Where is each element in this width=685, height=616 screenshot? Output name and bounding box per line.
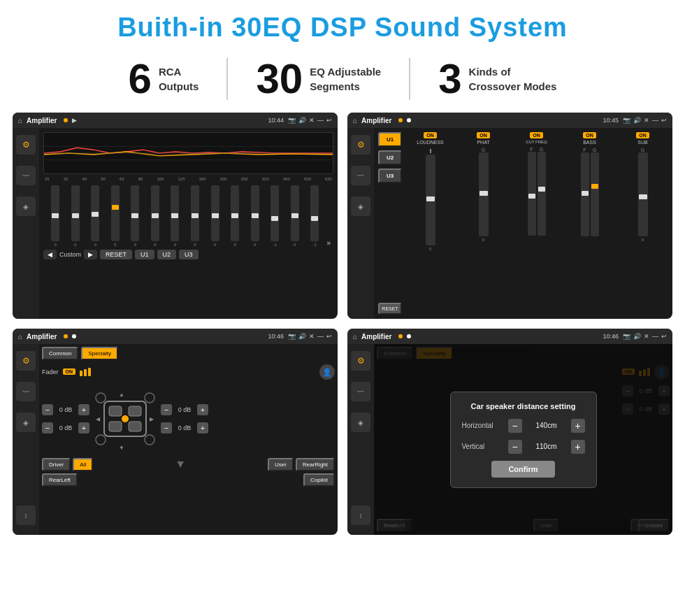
- eq-band-7[interactable]: 0: [166, 185, 185, 247]
- db-minus-1[interactable]: −: [42, 404, 53, 415]
- stat-crossover-number: 3: [438, 58, 461, 100]
- close-icon[interactable]: ✕: [309, 117, 315, 124]
- back-icon[interactable]: ↩: [326, 117, 332, 124]
- vertical-plus-btn[interactable]: +: [571, 440, 585, 454]
- home-icon-2[interactable]: ⌂: [353, 117, 357, 124]
- eq-band-4[interactable]: 5: [106, 185, 125, 247]
- eq-band-8[interactable]: 0: [186, 185, 205, 247]
- eq-band-5[interactable]: 0: [126, 185, 145, 247]
- crossover-filter-btn[interactable]: ⚙: [351, 135, 370, 155]
- fader-arrows-btn[interactable]: ↕: [16, 506, 36, 525]
- cutfreq-f-slider[interactable]: [528, 152, 536, 236]
- eq-band-2[interactable]: 0: [66, 185, 85, 247]
- close-icon-2[interactable]: ✕: [644, 117, 649, 124]
- eq-band-14[interactable]: -1: [305, 185, 324, 247]
- eq-reset-btn[interactable]: RESET: [100, 250, 132, 259]
- distance-wave-btn[interactable]: 〰: [351, 382, 370, 401]
- crossover-reset-btn[interactable]: RESET: [378, 303, 402, 315]
- home-icon[interactable]: ⌂: [18, 117, 22, 124]
- volume-icon-2[interactable]: 🔊: [633, 117, 641, 124]
- minimize-icon[interactable]: —: [317, 117, 324, 124]
- eq-u1-btn[interactable]: U1: [135, 250, 154, 259]
- specialty-tab[interactable]: Specialty: [81, 347, 117, 360]
- u2-preset-btn[interactable]: U2: [378, 150, 402, 165]
- cutfreq-on[interactable]: ON: [530, 132, 543, 138]
- close-icon-3[interactable]: ✕: [309, 333, 315, 340]
- db-minus-3[interactable]: −: [161, 404, 172, 415]
- sub-slider[interactable]: [638, 152, 648, 236]
- bass-f-slider[interactable]: [581, 152, 589, 236]
- horizontal-minus-btn[interactable]: −: [508, 419, 522, 433]
- volume-icon-4[interactable]: 🔊: [633, 333, 641, 340]
- distance-speaker-btn[interactable]: ◈: [351, 413, 370, 432]
- eq-prev-btn[interactable]: ◀: [43, 250, 57, 259]
- db-plus-2[interactable]: +: [78, 422, 89, 434]
- user-btn[interactable]: User: [268, 458, 294, 471]
- phat-on[interactable]: ON: [477, 132, 490, 138]
- copilot-btn[interactable]: Copilot: [303, 473, 335, 487]
- minimize-icon-2[interactable]: —: [652, 117, 658, 124]
- eq-band-3[interactable]: 0: [86, 185, 105, 247]
- camera-icon-2[interactable]: 📷: [623, 117, 630, 124]
- crossover-wave-btn[interactable]: 〰: [351, 166, 370, 185]
- camera-icon-4[interactable]: 📷: [623, 333, 630, 340]
- all-btn[interactable]: All: [73, 458, 93, 471]
- sub-on[interactable]: ON: [636, 132, 649, 138]
- fader-on-badge[interactable]: ON: [63, 368, 76, 375]
- eq-more-icon[interactable]: »: [326, 239, 331, 247]
- horizontal-plus-btn[interactable]: +: [571, 419, 585, 433]
- close-icon-4[interactable]: ✕: [644, 333, 649, 340]
- volume-icon-3[interactable]: 🔊: [298, 333, 306, 340]
- eq-band-11[interactable]: 0: [245, 185, 264, 247]
- eq-wave-btn[interactable]: 〰: [16, 166, 36, 185]
- fader-title: Amplifier: [27, 333, 57, 341]
- back-icon-2[interactable]: ↩: [661, 117, 667, 124]
- cutfreq-g-slider[interactable]: [538, 152, 546, 236]
- distance-filter-btn[interactable]: ⚙: [351, 351, 370, 371]
- db-plus-4[interactable]: +: [197, 422, 208, 434]
- eq-speaker-btn[interactable]: ◈: [16, 196, 36, 216]
- eq-band-13[interactable]: 0: [285, 185, 304, 247]
- distance-arrows-btn[interactable]: ↕: [351, 506, 370, 525]
- rearright-btn[interactable]: RearRight: [296, 458, 335, 471]
- minimize-icon-4[interactable]: —: [652, 333, 658, 340]
- u1-preset-btn[interactable]: U1: [378, 132, 402, 147]
- vertical-minus-btn[interactable]: −: [508, 440, 522, 454]
- common-tab[interactable]: Common: [42, 347, 78, 360]
- phat-slider[interactable]: [479, 152, 489, 236]
- home-icon-3[interactable]: ⌂: [18, 333, 22, 341]
- rearleft-btn[interactable]: RearLeft: [42, 473, 78, 487]
- back-icon-3[interactable]: ↩: [326, 333, 332, 340]
- confirm-btn[interactable]: Confirm: [491, 461, 554, 478]
- eq-band-1[interactable]: 0: [46, 185, 65, 247]
- db-plus-3[interactable]: +: [197, 404, 208, 415]
- db-minus-4[interactable]: −: [161, 422, 172, 434]
- crossover-speaker-btn[interactable]: ◈: [351, 196, 370, 216]
- loudness-slider[interactable]: [426, 155, 435, 245]
- volume-icon[interactable]: 🔊: [298, 117, 306, 124]
- eq-band-6[interactable]: 0: [146, 185, 165, 247]
- fader-speaker-btn[interactable]: ◈: [16, 413, 36, 432]
- u3-preset-btn[interactable]: U3: [378, 169, 402, 183]
- play-icon[interactable]: ▶: [72, 117, 77, 124]
- home-icon-4[interactable]: ⌂: [353, 333, 357, 341]
- loudness-on[interactable]: ON: [424, 132, 437, 138]
- eq-u3-btn[interactable]: U3: [179, 250, 199, 259]
- fader-filter-btn[interactable]: ⚙: [16, 351, 36, 371]
- eq-band-9[interactable]: 0: [206, 185, 224, 247]
- eq-band-10[interactable]: 0: [226, 185, 245, 247]
- bass-on[interactable]: ON: [583, 132, 596, 138]
- camera-icon-3[interactable]: 📷: [288, 333, 296, 340]
- camera-icon[interactable]: 📷: [288, 117, 296, 124]
- db-plus-1[interactable]: +: [78, 404, 89, 415]
- bass-g-slider[interactable]: [591, 152, 599, 236]
- eq-next-btn[interactable]: ▶: [84, 250, 97, 259]
- eq-u2-btn[interactable]: U2: [157, 250, 177, 259]
- db-minus-2[interactable]: −: [42, 422, 53, 434]
- back-icon-4[interactable]: ↩: [661, 333, 667, 340]
- minimize-icon-3[interactable]: —: [317, 333, 324, 340]
- eq-band-12[interactable]: -1: [266, 185, 284, 247]
- eq-filter-btn[interactable]: ⚙: [16, 135, 36, 155]
- driver-btn[interactable]: Driver: [42, 458, 71, 471]
- fader-wave-btn[interactable]: 〰: [16, 382, 36, 401]
